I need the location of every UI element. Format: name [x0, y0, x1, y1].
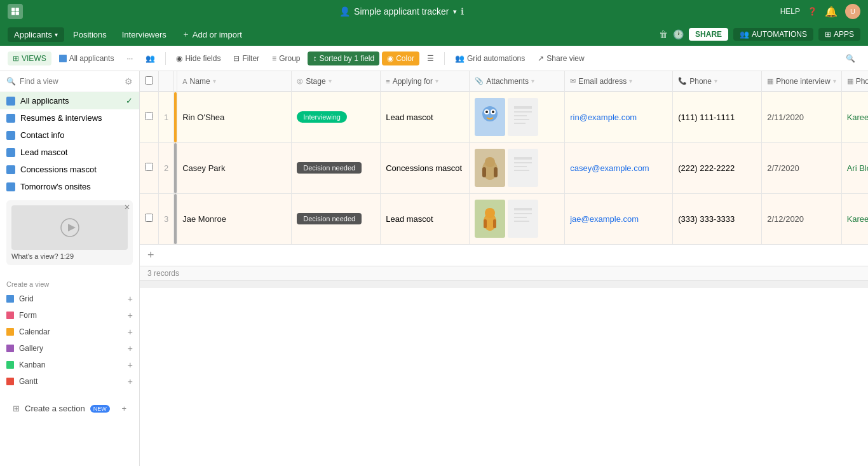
header-email[interactable]: ✉ Email address ▾	[565, 71, 673, 92]
add-gallery-icon[interactable]: +	[128, 343, 133, 353]
svg-rect-15	[514, 115, 527, 116]
create-form-view[interactable]: Form +	[0, 307, 139, 324]
app-title: Simple applicant tracker	[354, 6, 449, 17]
help-icon[interactable]: ❓	[808, 7, 817, 16]
sort-button[interactable]: ↕ Sorted by 1 field	[308, 51, 379, 65]
views-button[interactable]: ⊞ VIEWS	[8, 51, 51, 65]
find-view-input[interactable]	[20, 77, 121, 86]
row3-checkbox-cell[interactable]	[140, 193, 159, 244]
settings-icon[interactable]: ⚙	[125, 76, 133, 86]
info-icon[interactable]: ℹ	[461, 6, 464, 17]
row2-checkbox[interactable]	[145, 163, 153, 171]
add-form-icon[interactable]: +	[128, 310, 133, 320]
row3-stage[interactable]: Decision needed	[292, 193, 381, 244]
row1-attachments[interactable]	[470, 92, 565, 142]
more-views-button[interactable]: ···	[121, 51, 138, 65]
add-kanban-icon[interactable]: +	[128, 360, 133, 370]
search-button[interactable]: 🔍	[841, 51, 860, 65]
header-phone-interviewer[interactable]: ▦ Phone interviewer ▾	[841, 71, 868, 92]
header-phone-interview-date[interactable]: ▦ Phone interview ▾	[762, 71, 841, 92]
header-applying-for[interactable]: ≡ Applying for ▾	[381, 71, 470, 92]
add-grid-icon[interactable]: +	[128, 294, 133, 304]
row2-email-link[interactable]: casey@example.com	[570, 163, 649, 173]
sidebar-item-resumes-interviews[interactable]: Resumes & interviews	[0, 109, 139, 127]
header-name[interactable]: A Name ▾	[177, 71, 292, 92]
dropdown-icon[interactable]: ▾	[453, 8, 457, 16]
share-button[interactable]: SHARE	[689, 28, 728, 41]
horizontal-scrollbar[interactable]	[140, 280, 868, 288]
row2-attach2[interactable]	[508, 149, 538, 187]
phone-date-col-label: Phone interview	[776, 77, 830, 86]
row1-checkbox[interactable]	[145, 112, 153, 120]
row2-attachments[interactable]	[470, 142, 565, 193]
team-button[interactable]: 👥	[140, 51, 160, 65]
filter-button[interactable]: ⊟ Filter	[228, 51, 264, 65]
row3-email-link[interactable]: jae@example.com	[570, 214, 639, 224]
row1-checkbox-cell[interactable]	[140, 92, 159, 142]
help-label[interactable]: HELP	[780, 7, 800, 16]
row2-email[interactable]: casey@example.com	[565, 142, 673, 193]
apps-button[interactable]: ⊞ APPS	[818, 28, 860, 41]
bell-icon[interactable]: 🔔	[825, 6, 837, 18]
row3-attachments[interactable]	[470, 193, 565, 244]
user-avatar[interactable]: U	[845, 4, 860, 19]
header-stage[interactable]: ◎ Stage ▾	[292, 71, 381, 92]
sidebar-item-contact-info[interactable]: Contact info	[0, 127, 139, 144]
row1-email-link[interactable]: rin@example.com	[570, 113, 637, 122]
row-height-button[interactable]: ☰	[422, 51, 439, 65]
row1-applying[interactable]: Lead mascot	[381, 92, 470, 142]
create-calendar-view[interactable]: Calendar +	[0, 324, 139, 340]
close-video-btn[interactable]: ✕	[124, 203, 130, 212]
trash-icon[interactable]: 🗑	[659, 29, 668, 39]
row1-name[interactable]: Rin O'Shea	[177, 92, 292, 142]
tab-applicants[interactable]: Applicants ▾	[8, 27, 64, 42]
row2-applying[interactable]: Concessions mascot	[381, 142, 470, 193]
history-icon[interactable]: 🕐	[673, 29, 684, 39]
video-thumbnail[interactable]	[11, 205, 128, 250]
add-gantt-icon[interactable]: +	[128, 376, 133, 387]
hide-fields-button[interactable]: ◉ Hide fields	[171, 51, 226, 65]
row1-stage[interactable]: Interviewing	[292, 92, 381, 142]
color-button[interactable]: ◉ Color	[382, 51, 419, 65]
group-button[interactable]: ≡ Group	[267, 51, 305, 65]
row2-attach1[interactable]	[475, 149, 505, 187]
row2-name[interactable]: Casey Park	[177, 142, 292, 193]
sidebar-item-lead-mascot[interactable]: Lead mascot	[0, 144, 139, 161]
row2-checkbox-cell[interactable]	[140, 142, 159, 193]
grid-automations-button[interactable]: 👥 Grid automations	[450, 51, 530, 65]
row3-checkbox[interactable]	[145, 214, 153, 222]
row3-applying[interactable]: Lead mascot	[381, 193, 470, 244]
add-import-btn[interactable]: ＋ Add or import	[175, 26, 248, 43]
app-logo[interactable]	[8, 4, 23, 19]
row3-name[interactable]: Jae Monroe	[177, 193, 292, 244]
create-kanban-view[interactable]: Kanban +	[0, 357, 139, 373]
row1-email[interactable]: rin@example.com	[565, 92, 673, 142]
create-gallery-view[interactable]: Gallery +	[0, 340, 139, 357]
header-checkbox-cell[interactable]	[140, 71, 159, 92]
row2-stage[interactable]: Decision needed	[292, 142, 381, 193]
create-gantt-view[interactable]: Gantt +	[0, 373, 139, 390]
row3-email[interactable]: jae@example.com	[565, 193, 673, 244]
row1-attach2[interactable]	[508, 98, 538, 136]
automations-button[interactable]: 👥 AUTOMATIONS	[733, 28, 813, 41]
svg-rect-2	[11, 12, 15, 15]
create-grid-view[interactable]: Grid +	[0, 291, 139, 307]
row3-attach1[interactable]	[475, 200, 505, 238]
row1-attach1[interactable]	[475, 98, 505, 136]
add-calendar-icon[interactable]: +	[128, 327, 133, 337]
add-row-button[interactable]: +	[140, 245, 868, 266]
row3-attach2[interactable]	[508, 200, 538, 238]
gantt-label: Gantt	[19, 377, 37, 386]
all-applicants-button[interactable]: All applicants	[54, 51, 119, 65]
tab-positions[interactable]: Positions	[67, 27, 113, 42]
sidebar-item-concessions-mascot[interactable]: Concessions mascot	[0, 161, 139, 178]
sidebar-item-all-applicants[interactable]: All applicants ✓	[0, 92, 139, 109]
select-all-checkbox[interactable]	[145, 76, 153, 85]
share-view-button[interactable]: ↗ Share view	[532, 51, 589, 65]
header-attachments[interactable]: 📎 Attachments ▾	[470, 71, 565, 92]
sidebar-item-tomorrows-onsites[interactable]: Tomorrow's onsites	[0, 178, 139, 195]
create-section-button[interactable]: ⊞ Create a section NEW +	[6, 400, 133, 417]
tab-interviewers[interactable]: Interviewers	[116, 27, 173, 42]
header-phone[interactable]: 📞 Phone ▾	[673, 71, 762, 92]
add-section-icon[interactable]: +	[121, 404, 126, 413]
